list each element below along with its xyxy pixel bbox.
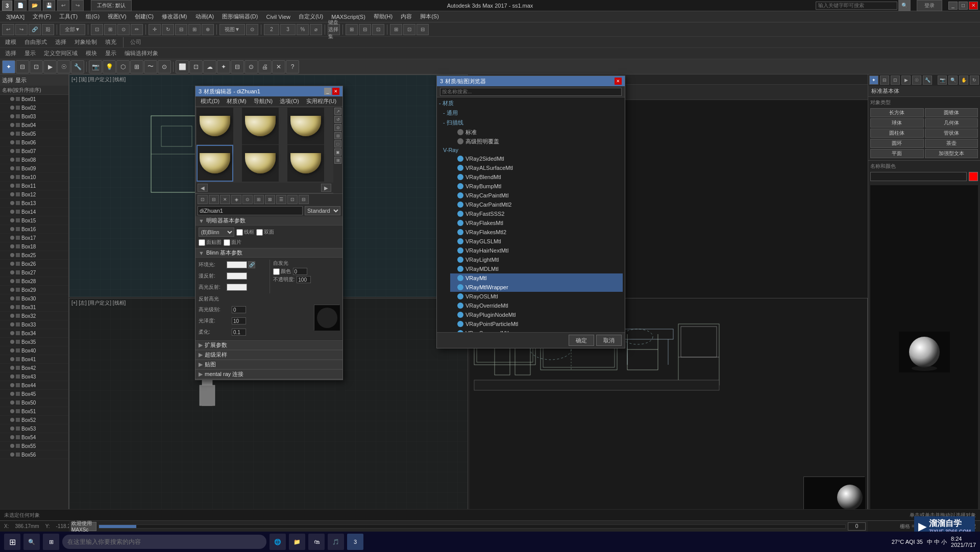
list-item[interactable]: Box42 (0, 364, 68, 372)
mat-menu-utilities[interactable]: 实用程序(U) (303, 97, 339, 106)
sidebar-select-tab[interactable]: 选择 (2, 77, 13, 84)
browser-vray-item[interactable]: VRayGLSLMtl (450, 237, 623, 246)
rt-zoom-icon[interactable]: 🔍 (948, 76, 958, 85)
browser-vray-item[interactable]: VRayMtlWrapper (450, 283, 623, 292)
mat-side-pick[interactable]: ⊙ (334, 124, 341, 131)
icon-env[interactable]: ☁ (203, 60, 216, 73)
mat-btn-get[interactable]: ⊡ (198, 195, 208, 204)
mat-browser-search-input[interactable] (440, 88, 622, 96)
list-item[interactable]: Box07 (0, 147, 68, 156)
icon-geometry[interactable]: ⬡ (116, 60, 130, 73)
sub-fill[interactable]: 填充 (102, 38, 119, 46)
taskview-btn[interactable]: ⊞ (43, 534, 59, 550)
icon-systems[interactable]: ⊙ (158, 60, 171, 73)
rt-utility-icon[interactable]: 🔧 (923, 76, 932, 85)
mat-side-bg[interactable]: ⊞ (334, 157, 341, 164)
preview-cell-0-1[interactable] (242, 108, 279, 144)
menu-custom[interactable]: 自定义(U) (295, 12, 327, 21)
icon-effects[interactable]: ✦ (217, 60, 230, 73)
file-btn[interactable]: 📁 (289, 534, 305, 550)
cmd-panel-utility[interactable]: 🔧 (71, 60, 84, 73)
render-btn[interactable]: ⊡ (403, 24, 415, 35)
rt-motion-icon[interactable]: ▶ (901, 76, 911, 85)
search-input[interactable] (816, 2, 897, 10)
list-item[interactable]: Box10 (0, 173, 68, 182)
twosided-check[interactable] (256, 229, 263, 236)
menu-graph-editor[interactable]: 图形编辑器(D) (218, 12, 262, 21)
quick-save[interactable]: 💾 (43, 0, 55, 11)
rollout-supersampling-header[interactable]: ▶ 超级采样 (195, 350, 342, 360)
rollout-blinn-params-header[interactable]: ▼ Blinn 基本参数 (195, 248, 342, 258)
list-item[interactable]: Box44 (0, 381, 68, 390)
mat-menu-options[interactable]: 选项(O) (277, 97, 302, 106)
mat-side-assign[interactable]: ↗ (334, 108, 341, 115)
mat-name-input[interactable] (198, 206, 303, 215)
quick-new[interactable]: 📄 (14, 0, 27, 11)
icon-mat-editor[interactable]: ⬜ (176, 60, 189, 73)
maximize-btn[interactable]: □ (959, 2, 968, 10)
shape-box[interactable]: 长方体 (870, 108, 924, 117)
preview-cell-1-2[interactable] (287, 145, 324, 182)
list-item[interactable]: Box30 (0, 294, 68, 303)
mat-side-show[interactable]: □ (334, 140, 341, 147)
mirror-btn[interactable]: ⊞ (346, 24, 358, 35)
mat-btn-bg-color[interactable]: ⊡ (287, 195, 298, 204)
mat-btn-put[interactable]: ⊟ (209, 195, 219, 204)
menu-help[interactable]: 帮助(H) (370, 12, 397, 21)
align-btn[interactable]: ⊟ (359, 24, 371, 35)
browser-vray-item[interactable]: VRayMtl (450, 273, 623, 283)
browser-vray-item[interactable]: VRayScannedMtl (450, 329, 623, 332)
list-item[interactable]: Box50 (0, 398, 68, 407)
list-item[interactable]: Box13 (0, 199, 68, 208)
rt-camera-icon[interactable]: 📷 (938, 76, 947, 85)
redo-btn[interactable]: ↪ (15, 24, 28, 35)
media-btn[interactable]: 🎵 (328, 534, 344, 550)
shader-type-select[interactable]: (B)Blinn (199, 228, 234, 237)
mat-side-param[interactable]: ⊟ (334, 132, 341, 139)
shape-torus[interactable]: 圆环 (870, 139, 924, 148)
list-item[interactable]: Box09 (0, 164, 68, 173)
browser-vray-item[interactable]: VRayCarPaintMtl (450, 191, 623, 200)
sub2-define-region[interactable]: 定义空间区域 (41, 49, 81, 58)
rt-pan-icon[interactable]: ✋ (959, 76, 968, 85)
mat-menu-nav[interactable]: 导航(N) (251, 97, 276, 106)
shape-geosphere[interactable]: 几何体 (925, 118, 978, 128)
shape-plane[interactable]: 平面 (870, 149, 924, 158)
shape-sphere[interactable]: 球体 (870, 118, 924, 128)
object-color-swatch[interactable] (969, 172, 978, 181)
menu-create[interactable]: 创建(C) (131, 12, 158, 21)
list-item[interactable]: Box03 (0, 112, 68, 121)
rollout-blinn-shader-header[interactable]: ▼ 明暗器基本参数 (195, 216, 342, 225)
window-controls[interactable]: 🔍 登录 _ □ ✕ (816, 0, 978, 11)
percent-btn[interactable]: % (297, 24, 309, 35)
place-btn[interactable]: ⊕ (202, 24, 214, 35)
search-btn[interactable]: 🔍 (23, 534, 40, 550)
close-btn[interactable]: ✕ (969, 2, 978, 10)
browser-vray-item[interactable]: VRayFlakesMtl2 (450, 228, 623, 237)
mat-type-select[interactable]: Standard (305, 206, 340, 215)
mat-btn-show-map[interactable]: ⊠ (265, 195, 275, 204)
minimize-btn[interactable]: _ (948, 2, 958, 10)
list-item[interactable]: Box31 (0, 303, 68, 312)
mat-btn-show-bg[interactable]: ☰ (276, 195, 286, 204)
browser-vray-item[interactable]: VRayBumpMtl (450, 182, 623, 191)
menu-view[interactable]: 视图(V) (104, 12, 131, 21)
opacity-input[interactable] (297, 276, 311, 283)
list-item[interactable]: Box27 (0, 268, 68, 277)
list-item[interactable]: Box05 (0, 130, 68, 138)
3dsmax-taskbar-btn[interactable]: 3 (347, 534, 363, 550)
scale-uniform-btn[interactable]: ⊞ (188, 24, 201, 35)
mat-btn-inst[interactable]: ⊙ (242, 195, 253, 204)
icon-helper[interactable]: ⊞ (130, 60, 143, 73)
browser-general-title[interactable]: - 通用 (443, 108, 623, 118)
sub2-modules[interactable]: 模块 (83, 49, 100, 58)
taskbar-search[interactable] (62, 535, 266, 549)
start-btn[interactable]: ⊞ (4, 534, 20, 550)
browser-vray-item[interactable]: VRay2SidedMtl (450, 154, 623, 163)
edge-btn[interactable]: 🌐 (270, 534, 286, 550)
shape-tube[interactable]: 管状体 (925, 129, 978, 138)
icon-camera[interactable]: 📷 (89, 60, 102, 73)
browser-vray-item[interactable]: VRayPluginNodeMtl (450, 310, 623, 319)
mat-side-show2[interactable]: ▣ (334, 148, 341, 156)
browser-vray-item[interactable]: VRayFastSSS2 (450, 209, 623, 218)
